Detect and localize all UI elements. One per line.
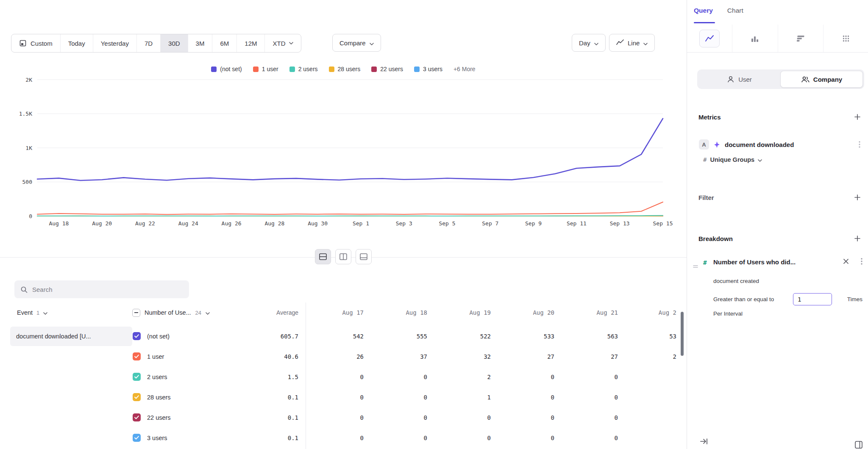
column-header-aug-2[interactable]: Aug 2 [613, 302, 676, 323]
event-column-header[interactable]: Event 1 [17, 302, 47, 323]
metric-item[interactable]: A document downloaded [699, 137, 864, 152]
tab-chart[interactable]: Chart [727, 7, 743, 19]
line-chart-icon [616, 39, 624, 45]
add-filter-button[interactable] [853, 193, 862, 202]
aggregation-symbol: # [703, 156, 707, 163]
svg-text:Sep 9: Sep 9 [525, 220, 542, 227]
legend-item[interactable]: 28 users [329, 66, 361, 72]
date-range-yesterday[interactable]: Yesterday [93, 34, 136, 52]
row-checkbox[interactable] [133, 373, 141, 381]
cell-value: 0 [300, 428, 364, 448]
breakdown-title[interactable]: Number of Users who did... [713, 258, 836, 266]
toggle-right-sidebar-button[interactable] [854, 441, 863, 449]
line-chart-icon [616, 39, 624, 47]
add-metric-button[interactable] [853, 112, 862, 122]
date-range-30d[interactable]: 30D [160, 34, 188, 52]
row-checkbox[interactable] [133, 434, 141, 442]
chart-kind-line-button[interactable] [687, 25, 732, 52]
row-checkbox[interactable] [133, 352, 141, 360]
svg-text:2K: 2K [25, 77, 32, 83]
filter-heading: Filter [698, 194, 714, 201]
row-checkbox[interactable] [133, 393, 141, 401]
row-label[interactable]: 2 users [147, 367, 167, 387]
row-label[interactable]: (not set) [147, 326, 170, 346]
column-header-aug-18[interactable]: Aug 18 [364, 302, 427, 323]
breakdown-value-input[interactable] [793, 293, 832, 305]
select-all-checkbox[interactable] [132, 309, 140, 317]
cell-value [613, 407, 676, 428]
svg-text:Aug 24: Aug 24 [178, 220, 198, 227]
drag-handle-icon[interactable] [693, 263, 698, 270]
event-header-label: Event [17, 309, 33, 316]
legend-item[interactable]: 2 users [289, 66, 318, 72]
row-checkbox[interactable] [133, 332, 141, 340]
collapse-panel-button[interactable] [700, 438, 708, 446]
chart-kind-funnel-button[interactable] [778, 25, 823, 52]
panel-tabs: Query Chart [694, 7, 743, 19]
column-header-average[interactable]: Average [235, 302, 298, 323]
legend-label: 28 users [338, 66, 361, 72]
row-label[interactable]: 28 users [147, 387, 171, 407]
compare-button[interactable]: Compare [332, 34, 381, 52]
search-input[interactable] [32, 286, 183, 293]
tab-query[interactable]: Query [694, 7, 713, 19]
interval-dropdown[interactable]: Day [572, 34, 606, 52]
svg-text:Sep 15: Sep 15 [653, 220, 673, 227]
legend-item[interactable]: 1 user [253, 66, 278, 72]
row-label[interactable]: 3 users [147, 428, 167, 448]
chart-legend: (not set)1 user2 users28 users22 users3 … [0, 66, 687, 72]
breakdown-event[interactable]: document created [713, 278, 759, 284]
row-label[interactable]: 22 users [147, 407, 171, 428]
date-range-custom[interactable]: Custom [11, 34, 60, 52]
metric-menu-button[interactable] [855, 139, 864, 150]
row-label[interactable]: 1 user [147, 346, 164, 367]
column-header-aug-20[interactable]: Aug 20 [491, 302, 554, 323]
cell-value: 0 [491, 387, 554, 407]
breakdown-condition[interactable]: Greater than or equal to [713, 296, 774, 302]
chart-type-dropdown[interactable]: Line [609, 34, 655, 52]
row-checkbox[interactable] [133, 413, 141, 421]
date-range-today[interactable]: Today [60, 34, 93, 52]
toggle-right-sidebar-icon [854, 441, 863, 449]
table-row: 1 user40.626373227272 [0, 346, 687, 367]
legend-item[interactable]: 3 users [414, 66, 442, 72]
table-scrollbar[interactable] [681, 312, 684, 356]
date-range-xtd[interactable]: XTD [264, 34, 301, 52]
legend-item[interactable]: 22 users [371, 66, 403, 72]
legend-more[interactable]: +6 More [453, 66, 476, 72]
more-chart-types-icon [842, 35, 850, 42]
column-header-aug-21[interactable]: Aug 21 [554, 302, 618, 323]
date-range-label: 3M [196, 40, 205, 47]
entity-option-user[interactable]: User [698, 71, 780, 88]
event-count: 1 [36, 310, 39, 316]
column-header-aug-17[interactable]: Aug 17 [300, 302, 364, 323]
metric-aggregation[interactable]: # Unique Groups [703, 153, 762, 166]
date-range-12m[interactable]: 12M [236, 34, 264, 52]
breakdown-column-header[interactable]: Number of Use... 24 [132, 302, 210, 323]
legend-item[interactable]: (not set) [211, 66, 242, 72]
svg-text:0: 0 [29, 213, 32, 219]
chart-kind-more-button[interactable] [823, 25, 868, 52]
svg-text:Sep 11: Sep 11 [567, 220, 587, 227]
metric-name[interactable]: document downloaded [725, 141, 794, 148]
layout-split-vertical-button[interactable] [335, 249, 351, 264]
layout-split-horizontal-button[interactable] [315, 249, 331, 264]
entity-toggle: User Company [697, 69, 864, 89]
layout-panel-bottom-button[interactable] [356, 249, 372, 264]
chevron-down-icon [370, 43, 374, 45]
date-range-6m[interactable]: 6M [212, 34, 236, 52]
remove-breakdown-button[interactable] [843, 258, 849, 266]
date-range-label: 7D [145, 40, 153, 47]
cell-value: 0 [300, 367, 364, 387]
chart-kind-bar-button[interactable] [732, 25, 777, 52]
date-range-label: 6M [220, 40, 229, 47]
breakdown-menu-button[interactable] [861, 258, 862, 267]
date-range-7d[interactable]: 7D [136, 34, 160, 52]
column-header-aug-19[interactable]: Aug 19 [427, 302, 491, 323]
entity-option-company[interactable]: Company [780, 71, 863, 88]
kebab-icon [861, 258, 862, 265]
add-breakdown-button[interactable] [853, 234, 862, 243]
active-tab-indicator [694, 22, 715, 23]
date-range-3m[interactable]: 3M [188, 34, 212, 52]
split-vertical-icon [339, 253, 347, 260]
